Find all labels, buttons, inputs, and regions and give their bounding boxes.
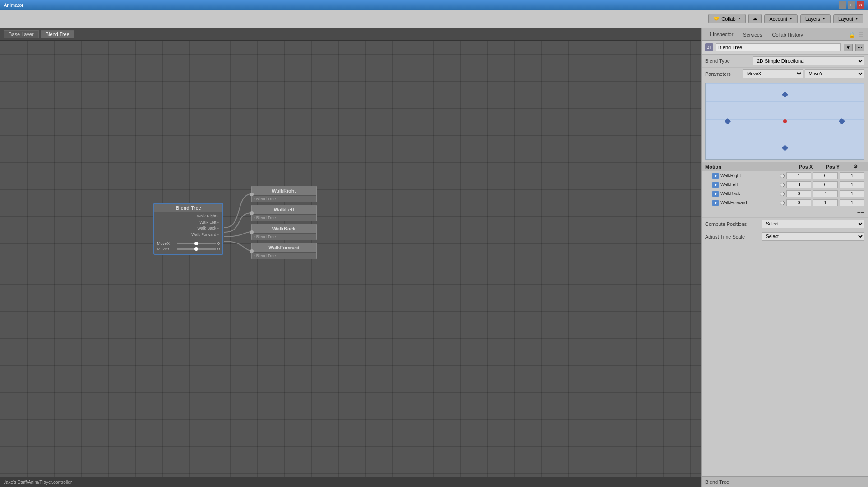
param-movex-row: MoveX 0: [157, 241, 220, 246]
canvas-area[interactable]: Blend Tree Walk Right ◦ Walk Left ◦ Walk…: [0, 41, 701, 477]
remove-walkleft[interactable]: —: [705, 182, 711, 188]
blend-type-row: Blend Type 2D Simple Directional: [702, 55, 868, 68]
walkleft-posy[interactable]: [813, 181, 838, 188]
param-movex-slider[interactable]: [177, 243, 216, 244]
blend-point-center: [783, 119, 787, 123]
walkleft-node[interactable]: WalkLeft ◦ Blend Tree: [251, 205, 317, 221]
lock-icon[interactable]: 🔒: [848, 32, 855, 39]
walkforward-connector: [250, 249, 254, 253]
blend-tree-outputs: Walk Right ◦ Walk Left ◦ Walk Back ◦ Wal…: [154, 212, 222, 239]
compute-positions-select[interactable]: Select: [762, 220, 864, 228]
walkback-anim-icon: ▶: [712, 191, 719, 197]
motion-col-label: Motion: [705, 164, 721, 170]
param-movey-value: 0: [217, 247, 220, 251]
motion-row-walkforward[interactable]: — ▶ WalkForward: [702, 198, 868, 207]
walkback-node[interactable]: WalkBack ◦ Blend Tree: [251, 224, 317, 240]
walkforward-node[interactable]: WalkForward ◦ Blend Tree: [251, 243, 317, 259]
remove-walkback[interactable]: —: [705, 191, 711, 197]
menu-icon[interactable]: ☰: [857, 32, 864, 39]
walkback-posy[interactable]: [813, 190, 838, 197]
remove-motion-button[interactable]: −: [861, 209, 864, 216]
param-y-select[interactable]: MoveY: [805, 69, 865, 78]
motion-row-walkleft[interactable]: — ▶ WalkLeft: [702, 180, 868, 189]
output-walkback: Walk Back ◦: [158, 225, 219, 232]
param-x-select[interactable]: MoveX: [743, 69, 803, 78]
output-walkleft: Walk Left ◦: [158, 220, 219, 226]
walkright-speed[interactable]: [840, 172, 864, 179]
right-panel: ℹ Inspector Services Collab History 🔒 ☰ …: [701, 28, 868, 487]
blend-tree-dropdown[interactable]: ▼: [844, 44, 853, 51]
inspector-icon: ℹ: [710, 32, 711, 37]
walkback-circle[interactable]: [780, 192, 785, 196]
walkright-circle[interactable]: [780, 174, 785, 178]
blend-tree-extra-btn[interactable]: ⋯: [855, 44, 864, 51]
close-button[interactable]: ✕: [857, 1, 864, 9]
layout-button[interactable]: Layout ▼: [833, 14, 863, 23]
breadcrumb: Base Layer Blend Tree: [0, 28, 701, 41]
output-walkright: Walk Right ◦: [158, 213, 219, 220]
minimize-button[interactable]: —: [839, 1, 846, 9]
collab-chevron: ▼: [738, 17, 741, 21]
param-movex-value: 0: [217, 241, 220, 246]
param-movey-row: MoveY 0: [157, 247, 220, 251]
walkright-posx[interactable]: [786, 172, 811, 179]
bt-footer-label: Blend Tree: [705, 479, 729, 485]
layers-button[interactable]: Layers ▼: [800, 14, 831, 23]
cloud-button[interactable]: ☁: [748, 14, 762, 23]
collab-icon: 🤝: [713, 16, 720, 22]
motion-row-walkright[interactable]: — ▶ WalkRight: [702, 171, 868, 180]
maximize-button[interactable]: □: [848, 1, 855, 9]
blend-type-select[interactable]: 2D Simple Directional: [753, 56, 864, 65]
tab-services[interactable]: Services: [739, 30, 766, 40]
output-walkforward: Walk Forward ◦: [158, 232, 219, 238]
inspector-tabs: ℹ Inspector Services Collab History 🔒 ☰: [702, 28, 868, 41]
breadcrumb-blend-tree[interactable]: Blend Tree: [41, 30, 74, 38]
walkforward-sub: ◦ Blend Tree: [252, 253, 316, 259]
walkforward-circle[interactable]: [780, 201, 785, 205]
walkright-node[interactable]: WalkRight ◦ Blend Tree: [251, 186, 317, 202]
walkright-posy[interactable]: [813, 172, 838, 179]
param-movey-slider[interactable]: [177, 248, 216, 250]
motion-table-header: Motion Pos X Pos Y ⚙: [702, 162, 868, 171]
walkleft-anim-icon: ▶: [712, 182, 719, 188]
walkright-anim-icon: ▶: [712, 173, 719, 179]
account-button[interactable]: Account ▼: [764, 14, 798, 23]
walkleft-posx[interactable]: [786, 181, 811, 188]
param-movex-label: MoveX: [157, 241, 175, 246]
main-layout: Base Layer Blend Tree Blend Tree Walk Ri…: [0, 28, 868, 487]
breadcrumb-base-layer[interactable]: Base Layer: [4, 30, 39, 38]
blend-tree-node-header: Blend Tree: [154, 204, 222, 212]
motion-row-walkback[interactable]: — ▶ WalkBack: [702, 189, 868, 198]
blend-tree-title-input[interactable]: [716, 43, 841, 51]
walkleft-speed[interactable]: [840, 181, 864, 188]
walkback-sub: ◦ Blend Tree: [252, 234, 316, 240]
walkleft-motion-name: WalkLeft: [720, 182, 778, 187]
walkforward-posx[interactable]: [786, 199, 811, 206]
add-motion-button[interactable]: +: [857, 209, 861, 216]
walkforward-motion-name: WalkForward: [720, 200, 778, 205]
walkback-speed[interactable]: [840, 190, 864, 197]
tab-collab-history[interactable]: Collab History: [768, 30, 808, 40]
adjust-time-scale-select[interactable]: Select: [762, 232, 864, 241]
compute-positions-row: Compute Positions Select: [702, 218, 868, 230]
pos-x-header: Pos X: [792, 164, 819, 170]
walkback-connector: [250, 230, 254, 234]
walkright-connector: [250, 193, 254, 196]
walkback-header: WalkBack: [252, 224, 316, 234]
walkforward-posy[interactable]: [813, 199, 838, 206]
remove-walkright[interactable]: —: [705, 173, 711, 179]
walkleft-circle[interactable]: [780, 183, 785, 187]
walkright-motion-name: WalkRight: [720, 173, 778, 178]
param-movey-label: MoveY: [157, 247, 175, 251]
remove-walkforward[interactable]: —: [705, 200, 711, 206]
connections-svg: [0, 41, 701, 477]
blend-type-label: Blend Type: [705, 58, 750, 64]
blend-space-visualization[interactable]: [705, 83, 864, 160]
tab-inspector[interactable]: ℹ Inspector: [705, 30, 738, 40]
walkforward-speed[interactable]: [840, 199, 864, 206]
collab-button[interactable]: 🤝 Collab ▼: [708, 14, 746, 23]
blend-tree-node[interactable]: Blend Tree Walk Right ◦ Walk Left ◦ Walk…: [153, 203, 223, 255]
motion-add-row: + −: [702, 207, 868, 218]
account-chevron: ▼: [789, 17, 793, 21]
walkback-posx[interactable]: [786, 190, 811, 197]
